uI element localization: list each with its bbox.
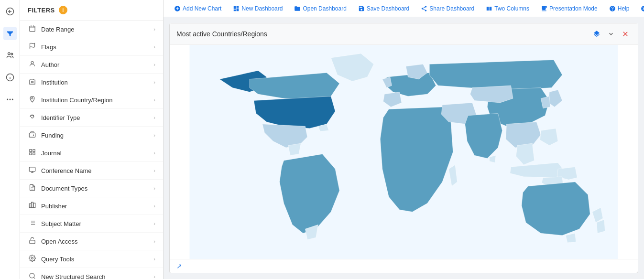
svg-rect-26 [33, 153, 34, 155]
svg-point-3 [11, 53, 12, 55]
svg-point-7 [7, 99, 8, 100]
chart-footer: ↗ [170, 259, 638, 273]
filter-label-open-access: Open Access [41, 238, 149, 245]
filter-label-identifier-type: Identifier Type [41, 114, 149, 121]
lock-icon [28, 237, 36, 246]
filter-item-subject-matter[interactable]: Subject Matter › [20, 215, 163, 233]
svg-point-2 [8, 53, 10, 55]
filter-item-date-range[interactable]: Date Range › [20, 21, 163, 38]
svg-line-44 [33, 277, 35, 279]
person-icon [28, 60, 36, 69]
chevron-right-icon: › [153, 26, 155, 32]
filter-item-open-access[interactable]: Open Access › [20, 233, 163, 250]
filter-item-institution-country[interactable]: Institution Country/Region › [20, 91, 163, 109]
filter-item-journal[interactable]: Journal › [20, 144, 163, 162]
filter-item-conference-name[interactable]: Conference Name › [20, 162, 163, 180]
filter-item-document-types[interactable]: Document Types › [20, 180, 163, 197]
chart-close-button[interactable] [620, 28, 631, 40]
svg-rect-27 [29, 167, 35, 172]
toolbar: Add New Chart New Dashboard Open Dashboa… [164, 0, 644, 17]
svg-rect-23 [29, 150, 31, 151]
filter-item-query-tools[interactable]: Query Tools › [20, 250, 163, 268]
chevron-right-icon: › [153, 132, 155, 138]
filter-header: FILTERS i [20, 0, 163, 21]
nav-filter[interactable] [3, 27, 17, 40]
chart-collapse-button[interactable] [605, 28, 617, 40]
save-dashboard-button[interactable]: Save Dashboard [353, 0, 414, 17]
chart-layers-button[interactable] [591, 28, 602, 40]
filter-label-institution-country: Institution Country/Region [41, 97, 149, 104]
chevron-right-icon: › [153, 256, 155, 262]
new-dashboard-button[interactable]: New Dashboard [228, 0, 287, 17]
filter-label-conference-name: Conference Name [41, 167, 149, 174]
nav-back[interactable] [3, 5, 17, 18]
two-columns-button[interactable]: Two Columns [481, 0, 534, 17]
chevron-right-icon: › [153, 238, 155, 244]
filter-item-identifier-type[interactable]: Identifier Type › [20, 109, 163, 127]
filter-label-author: Author [41, 61, 149, 68]
chart-card: Most active Countries/Regions [169, 23, 638, 273]
svg-point-9 [11, 99, 13, 100]
svg-rect-33 [31, 202, 33, 207]
calendar-icon [28, 25, 36, 33]
svg-rect-24 [33, 150, 34, 151]
open-dashboard-button[interactable]: Open Dashboard [289, 0, 351, 17]
nav-more[interactable] [3, 93, 17, 106]
gear-icon [28, 255, 36, 263]
filter-label-funding: Funding [41, 132, 149, 139]
filter-label-publisher: Publisher [41, 203, 149, 210]
nav-info[interactable] [3, 71, 17, 84]
filter-item-institution[interactable]: Institution › [20, 74, 163, 91]
filter-item-publisher[interactable]: Publisher › [20, 197, 163, 215]
nav-users[interactable] [3, 49, 17, 62]
expand-icon[interactable]: ↗ [176, 262, 182, 270]
main-area: Add New Chart New Dashboard Open Dashboa… [164, 0, 644, 279]
building-icon [28, 78, 36, 86]
chevron-right-icon: › [153, 79, 155, 85]
svg-rect-25 [29, 153, 31, 155]
chart-area: Most active Countries/Regions [164, 17, 644, 279]
filter-label-document-types: Document Types [41, 185, 149, 192]
svg-point-42 [31, 258, 33, 259]
chart-body: .land { fill: #b8d4e8; stroke: #fff; str… [170, 45, 638, 259]
filter-label-query-tools: Query Tools [41, 256, 149, 263]
clear-all-button[interactable]: Clear All [636, 0, 644, 17]
add-new-chart-button[interactable]: Add New Chart [169, 0, 226, 17]
help-button[interactable]: Help [604, 0, 634, 17]
filter-item-author[interactable]: Author › [20, 56, 163, 74]
svg-point-22 [33, 135, 33, 135]
filter-panel: FILTERS i Date Range › Flags › Author › … [20, 0, 164, 279]
svg-rect-10 [29, 26, 34, 32]
presentation-mode-button[interactable]: Presentation Mode [536, 0, 602, 17]
chart-title: Most active Countries/Regions [176, 30, 591, 38]
svg-point-43 [29, 273, 34, 278]
svg-point-15 [31, 62, 33, 64]
filter-label-flags: Flags [41, 43, 149, 51]
search-icon [28, 272, 36, 279]
chevron-right-icon: › [153, 221, 155, 226]
chevron-right-icon: › [153, 97, 155, 103]
flag-icon [28, 43, 36, 51]
share-dashboard-button[interactable]: Share Dashboard [416, 0, 479, 17]
wallet-icon [28, 131, 36, 140]
conference-icon [28, 166, 36, 175]
svg-point-8 [9, 99, 11, 100]
filter-info-icon[interactable]: i [59, 6, 67, 14]
fingerprint-icon [28, 113, 36, 122]
list-icon [28, 219, 36, 228]
icon-sidebar [0, 0, 20, 279]
filter-item-flags[interactable]: Flags › [20, 38, 163, 56]
doc-icon [28, 184, 36, 193]
filter-title: FILTERS [28, 7, 55, 14]
svg-rect-41 [29, 240, 34, 244]
chevron-right-icon: › [153, 274, 155, 279]
filter-item-funding[interactable]: Funding › [20, 127, 163, 144]
svg-rect-21 [29, 133, 35, 137]
chevron-right-icon: › [153, 62, 155, 67]
svg-rect-32 [29, 204, 31, 207]
filter-item-new-structured-search[interactable]: New Structured Search › [20, 268, 163, 279]
chevron-right-icon: › [153, 203, 155, 209]
chevron-right-icon: › [153, 115, 155, 120]
filter-label-date-range: Date Range [41, 26, 149, 33]
chevron-right-icon: › [153, 44, 155, 50]
